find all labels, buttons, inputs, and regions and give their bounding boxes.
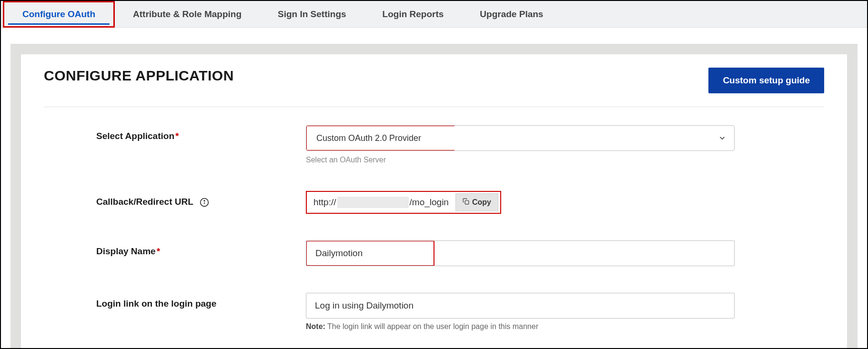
login-link-note: Note: The login link will appear on the …: [306, 322, 735, 331]
chevron-down-icon: [710, 126, 734, 150]
copy-icon: [463, 198, 469, 207]
tab-configure-oauth[interactable]: Configure OAuth: [3, 1, 115, 28]
page-title: CONFIGURE APPLICATION: [44, 68, 234, 84]
custom-setup-guide-button[interactable]: Custom setup guide: [708, 68, 824, 93]
tab-attribute-role-mapping[interactable]: Attribute & Role Mapping: [115, 1, 260, 28]
select-application-label: Select Application*: [96, 125, 306, 141]
login-link-input[interactable]: [306, 293, 735, 319]
display-name-input[interactable]: Dailymotion: [306, 240, 735, 266]
select-application-dropdown[interactable]: Custom OAuth 2.0 Provider: [306, 125, 735, 151]
copy-button[interactable]: Copy: [455, 193, 498, 211]
configure-application-card: CONFIGURE APPLICATION Custom setup guide…: [21, 54, 847, 349]
tab-login-reports[interactable]: Login Reports: [364, 1, 462, 28]
login-link-label: Login link on the login page: [96, 293, 306, 309]
display-name-value: Dailymotion: [306, 240, 434, 266]
select-application-value: Custom OAuth 2.0 Provider: [306, 125, 454, 151]
select-application-helper: Select an OAuth Server: [306, 156, 735, 164]
info-icon[interactable]: [200, 198, 209, 207]
callback-url-value-box: http:///mo_login Copy: [306, 191, 501, 214]
svg-point-2: [204, 200, 205, 201]
svg-rect-3: [465, 200, 469, 204]
tab-upgrade-plans[interactable]: Upgrade Plans: [462, 1, 561, 28]
tab-bar: Configure OAuth Attribute & Role Mapping…: [1, 1, 867, 28]
display-name-label: Display Name*: [96, 240, 306, 257]
tab-sign-in-settings[interactable]: Sign In Settings: [260, 1, 364, 28]
callback-url-label: Callback/Redirect URL: [96, 191, 306, 207]
callback-url-value: http:///mo_login: [313, 197, 449, 208]
redacted-host: [337, 197, 409, 208]
